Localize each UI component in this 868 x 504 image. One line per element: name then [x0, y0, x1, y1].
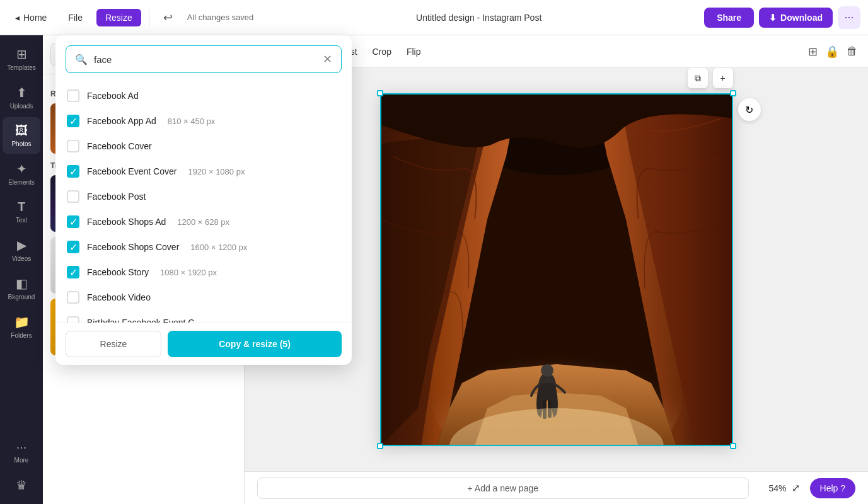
dropdown-list: Facebook Ad ✓ Facebook App Ad 810 × 450 …	[55, 83, 352, 323]
sidebar-item-videos[interactable]: ▶ Videos	[3, 231, 40, 268]
sidebar-item-uploads[interactable]: ⬆ Uploads	[3, 79, 40, 116]
more-icon: ···	[16, 440, 27, 454]
checkbox-facebook-shops-cover[interactable]: ✓	[67, 241, 79, 253]
item-size-facebook-story: 1080 × 1920 px	[160, 268, 217, 277]
checkbox-facebook-event-cover[interactable]: ✓	[67, 165, 79, 178]
download-button[interactable]: ⬇ Download	[759, 8, 833, 28]
design-title: Untitled design - Instagram Post	[258, 13, 699, 23]
dropdown-item-facebook-event-cover[interactable]: ✓ Facebook Event Cover 1920 × 1080 px	[61, 159, 347, 184]
item-label-facebook-post: Facebook Post	[87, 192, 146, 202]
checkbox-facebook-ad[interactable]	[67, 89, 79, 102]
corner-tl[interactable]	[377, 90, 383, 96]
trash-icon[interactable]: 🗑	[847, 45, 858, 58]
add-page-button[interactable]: + Add a new page	[257, 478, 749, 499]
corner-bl[interactable]	[377, 443, 383, 449]
corner-tr[interactable]	[730, 90, 736, 96]
resize-only-button[interactable]: Resize	[66, 331, 161, 357]
sidebar-item-label: More	[14, 457, 29, 464]
item-label-facebook-ad: Facebook Ad	[87, 91, 139, 101]
dropdown-close-button[interactable]: ✕	[323, 52, 332, 66]
topbar: ◂ Home File Resize ↩ All changes saved U…	[0, 0, 868, 35]
more-options-button[interactable]: ···	[838, 6, 860, 29]
checkbox-facebook-app-ad[interactable]: ✓	[67, 115, 79, 127]
uploads-icon: ⬆	[16, 85, 27, 100]
sidebar: ⊞ Templates ⬆ Uploads 🖼 Photos ✦ Element…	[0, 35, 43, 504]
toolbar-right: ⊞ 🔒 🗑	[808, 45, 858, 59]
item-label-facebook-shops-ad: Facebook Shops Ad	[87, 217, 166, 227]
sidebar-item-crown[interactable]: ♛	[3, 471, 40, 499]
sidebar-item-text[interactable]: T Text	[3, 193, 40, 230]
undo-button[interactable]: ↩	[157, 6, 180, 29]
crown-icon: ♛	[16, 478, 27, 493]
sidebar-item-label: Videos	[12, 255, 31, 262]
sidebar-item-label: Photos	[11, 140, 31, 147]
item-size-facebook-app-ad: 810 × 450 px	[168, 117, 216, 126]
item-label-birthday-facebook: Birthday Facebook Event C...	[87, 318, 202, 323]
download-icon: ⬇	[769, 13, 777, 23]
dropdown-search-icon: 🔍	[75, 54, 88, 66]
duplicate-canvas-button[interactable]: +	[713, 68, 733, 88]
sidebar-item-elements[interactable]: ✦ Elements	[3, 155, 40, 192]
file-button[interactable]: File	[59, 9, 91, 26]
folders-icon: 📁	[14, 314, 30, 329]
corner-br[interactable]	[730, 443, 736, 449]
share-button[interactable]: Share	[704, 8, 754, 28]
sidebar-item-folders[interactable]: 📁 Folders	[3, 308, 40, 345]
copy-canvas-button[interactable]: ⧉	[688, 68, 708, 88]
refresh-button[interactable]: ↻	[738, 98, 761, 121]
sidebar-item-templates[interactable]: ⊞ Templates	[3, 40, 40, 77]
home-button[interactable]: ◂ Home	[8, 9, 54, 26]
dropdown-item-facebook-post[interactable]: Facebook Post	[61, 184, 347, 209]
photos-icon: 🖼	[15, 123, 28, 138]
checkbox-facebook-video[interactable]	[67, 291, 79, 304]
dropdown-item-facebook-shops-cover[interactable]: ✓ Facebook Shops Cover 1600 × 1200 px	[61, 234, 347, 260]
item-label-facebook-cover: Facebook Cover	[87, 141, 152, 151]
crop-button[interactable]: Crop	[371, 43, 393, 60]
bkground-icon: ◧	[16, 276, 28, 291]
dropdown-item-facebook-story[interactable]: ✓ Facebook Story 1080 × 1920 px	[61, 260, 347, 285]
sidebar-item-label: Folders	[11, 332, 32, 339]
sidebar-item-label: Elements	[8, 179, 35, 186]
sidebar-item-more[interactable]: ··· More	[3, 433, 40, 470]
canvas-frame: ↻	[380, 93, 733, 446]
dropdown-item-birthday-facebook[interactable]: Birthday Facebook Event C...	[61, 310, 347, 323]
copy-resize-button[interactable]: Copy & resize (5)	[168, 331, 342, 357]
checkbox-facebook-post[interactable]	[67, 190, 79, 203]
item-size-facebook-shops-ad: 1200 × 628 px	[177, 217, 229, 227]
grid-icon[interactable]: ⊞	[808, 45, 818, 59]
dropdown-search-box: 🔍 ✕	[66, 45, 342, 73]
dropdown-search-input[interactable]	[94, 54, 316, 65]
item-label-facebook-shops-cover: Facebook Shops Cover	[87, 242, 179, 252]
dropdown-item-facebook-ad[interactable]: Facebook Ad	[61, 83, 347, 108]
checkbox-facebook-shops-ad[interactable]: ✓	[67, 215, 79, 228]
checkbox-facebook-cover[interactable]	[67, 140, 79, 152]
dropdown-item-facebook-cover[interactable]: Facebook Cover	[61, 134, 347, 159]
sidebar-item-label: Text	[16, 217, 27, 224]
checkbox-birthday-facebook[interactable]	[67, 316, 79, 323]
flip-button[interactable]: Flip	[405, 43, 422, 60]
dropdown-item-facebook-app-ad[interactable]: ✓ Facebook App Ad 810 × 450 px	[61, 108, 347, 134]
download-label: Download	[780, 13, 823, 23]
resize-button[interactable]: Resize	[96, 9, 141, 26]
videos-icon: ▶	[17, 238, 26, 253]
lock-icon[interactable]: 🔒	[825, 45, 839, 59]
resize-dropdown: 🔍 ✕ Facebook Ad ✓ Facebook App Ad 810 × …	[55, 35, 352, 365]
sidebar-item-label: Templates	[7, 64, 36, 71]
elements-icon: ✦	[16, 161, 27, 176]
dropdown-footer: Resize Copy & resize (5)	[55, 323, 352, 365]
bottom-bar: + Add a new page 54% ⤢ Help ?	[245, 471, 868, 504]
saved-status: All changes saved	[187, 13, 254, 22]
dropdown-item-facebook-video[interactable]: Facebook Video	[61, 285, 347, 310]
item-label-facebook-app-ad: Facebook App Ad	[87, 116, 156, 126]
help-button[interactable]: Help ?	[810, 478, 855, 498]
zoom-expand-icon[interactable]: ⤢	[792, 482, 800, 494]
checkbox-facebook-story[interactable]: ✓	[67, 266, 79, 278]
svg-rect-8	[380, 93, 733, 446]
sidebar-item-photos[interactable]: 🖼 Photos	[3, 117, 40, 154]
item-size-facebook-shops-cover: 1600 × 1200 px	[190, 243, 247, 252]
canvas-container: ⧉ +	[380, 93, 733, 446]
sidebar-item-bkground[interactable]: ◧ Bkground	[3, 270, 40, 307]
item-size-facebook-event-cover: 1920 × 1080 px	[188, 167, 245, 176]
dropdown-item-facebook-shops-ad[interactable]: ✓ Facebook Shops Ad 1200 × 628 px	[61, 209, 347, 234]
sidebar-item-label: Uploads	[10, 103, 33, 110]
